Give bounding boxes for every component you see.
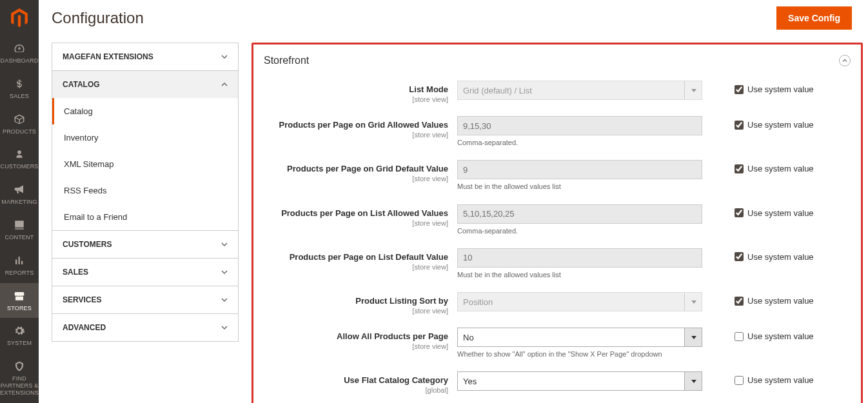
config-form: Storefront List Mode[store view]Grid (de… [252, 43, 863, 403]
config-nav: MAGEFAN EXTENSIONSCATALOGCatalogInventor… [52, 43, 239, 342]
menu-content[interactable]: CONTENT [0, 212, 39, 248]
field-scope: [store view] [264, 263, 448, 271]
page-title: Configuration [52, 9, 144, 27]
field-note: Comma-separated. [457, 138, 702, 147]
use-system-checkbox-allow-all[interactable] [735, 332, 744, 341]
field-label: Products per Page on Grid Allowed Values [279, 120, 448, 130]
chevron-down-icon [221, 324, 228, 331]
chevron-down-icon [221, 297, 228, 303]
admin-sidebar: DASHBOARD SALES PRODUCTS CUSTOMERS MARKE… [0, 0, 39, 403]
menu-reports[interactable]: REPORTS [0, 248, 39, 283]
person-icon [15, 148, 24, 161]
use-system-checkbox-flat-category[interactable] [735, 376, 744, 385]
use-system-label[interactable]: Use system value [747, 331, 814, 341]
config-subitem-inventory[interactable]: Inventory [52, 124, 238, 151]
field-scope: [store view] [264, 95, 448, 103]
menu-dashboard[interactable]: DASHBOARD [0, 35, 39, 71]
field-scope: [store view] [264, 219, 448, 227]
use-system-checkbox-list-mode[interactable] [735, 85, 744, 94]
page-header: Configuration Save Config [39, 0, 868, 36]
config-subitem-xml-sitemap[interactable]: XML Sitemap [52, 151, 238, 177]
menu-customers[interactable]: CUSTOMERS [0, 141, 39, 177]
save-config-button[interactable]: Save Config [776, 6, 852, 30]
use-system-label[interactable]: Use system value [747, 375, 814, 385]
field-note: Whether to show "All" option in the "Sho… [457, 349, 702, 359]
gear-icon [14, 324, 25, 337]
box-icon [14, 113, 25, 126]
store-icon [14, 290, 25, 302]
menu-products[interactable]: PRODUCTS [0, 106, 39, 142]
field-row-sort-by: Product Listing Sort by[store view]Posit… [257, 290, 857, 317]
field-note: Must be in the allowed values list [457, 182, 702, 191]
chevron-up-icon [221, 81, 228, 88]
field-scope: [store view] [264, 307, 448, 315]
field-select-allow-all[interactable]: No [457, 328, 702, 347]
menu-sales[interactable]: SALES [0, 71, 39, 106]
config-section-customers[interactable]: CUSTOMERS [52, 231, 238, 258]
field-label: Products per Page on List Allowed Values [281, 208, 448, 218]
use-system-checkbox-grid-allowed[interactable] [735, 121, 744, 130]
field-scope: [store view] [264, 342, 448, 350]
chart-icon [14, 254, 25, 267]
config-section-catalog[interactable]: CATALOG [52, 71, 238, 98]
field-row-list-allowed: Products per Page on List Allowed Values… [257, 202, 857, 238]
use-system-label[interactable]: Use system value [747, 120, 814, 130]
config-subitem-email-to-a-friend[interactable]: Email to a Friend [52, 204, 238, 230]
fields-container: List Mode[store view]Grid (default) / Li… [257, 78, 857, 403]
field-label: List Mode [409, 84, 448, 94]
field-note: Must be in the allowed values list [457, 270, 702, 279]
use-system-checkbox-grid-default[interactable] [735, 164, 744, 173]
chevron-down-icon [221, 241, 228, 248]
field-select-list-mode: Grid (default) / List [457, 81, 702, 100]
use-system-label[interactable]: Use system value [747, 296, 814, 306]
menu-stores[interactable]: STORES [0, 283, 39, 319]
field-row-flat-category: Use Flat Catalog Category[global]YesUse … [257, 369, 857, 397]
field-input-list-allowed [457, 204, 702, 224]
field-label: Allow All Products per Page [337, 331, 448, 341]
field-label: Use Flat Catalog Category [344, 375, 448, 385]
field-label: Product Listing Sort by [355, 296, 448, 306]
collapse-icon[interactable] [839, 55, 851, 66]
menu-system[interactable]: SYSTEM [0, 318, 39, 353]
gauge-icon [14, 42, 25, 55]
field-label: Products per Page on List Default Value [290, 252, 448, 262]
use-system-checkbox-list-allowed[interactable] [735, 208, 744, 217]
field-select-sort-by: Position [457, 292, 702, 311]
dollar-icon [14, 77, 25, 90]
use-system-label[interactable]: Use system value [747, 164, 814, 173]
config-section-magefan-extensions[interactable]: MAGEFAN EXTENSIONS [52, 43, 238, 70]
partners-icon [14, 360, 25, 373]
menu-marketing[interactable]: MARKETING [0, 177, 39, 212]
use-system-label[interactable]: Use system value [747, 252, 814, 262]
config-subitem-catalog[interactable]: Catalog [52, 98, 238, 124]
use-system-label[interactable]: Use system value [747, 84, 814, 94]
field-row-grid-allowed: Products per Page on Grid Allowed Values… [257, 113, 857, 150]
use-system-checkbox-sort-by[interactable] [735, 297, 744, 306]
config-section-services[interactable]: SERVICES [52, 286, 238, 313]
field-label: Products per Page on Grid Default Value [287, 164, 448, 173]
config-section-sales[interactable]: SALES [52, 259, 238, 286]
field-select-flat-category[interactable]: Yes [457, 371, 702, 391]
megaphone-icon [14, 183, 25, 196]
config-section-advanced[interactable]: ADVANCED [52, 314, 238, 341]
field-input-grid-default [457, 160, 702, 179]
field-scope: [global] [264, 386, 448, 394]
fieldset-header[interactable]: Storefront [257, 51, 857, 78]
layers-icon [14, 219, 25, 231]
field-note: Comma-separated. [457, 226, 702, 235]
use-system-label[interactable]: Use system value [747, 208, 814, 218]
field-scope: [store view] [264, 131, 448, 139]
use-system-checkbox-list-default[interactable] [735, 252, 744, 261]
field-row-list-default: Products per Page on List Default Value[… [257, 246, 857, 282]
field-row-allow-all: Allow All Products per Page[store view]N… [257, 325, 857, 361]
chevron-down-icon [221, 269, 228, 275]
field-input-list-default [457, 248, 702, 268]
config-subitem-rss-feeds[interactable]: RSS Feeds [52, 177, 238, 204]
field-scope: [store view] [264, 175, 448, 182]
magento-logo[interactable] [0, 0, 39, 35]
field-row-list-mode: List Mode[store view]Grid (default) / Li… [257, 78, 857, 106]
fieldset-title: Storefront [264, 55, 309, 66]
field-row-grid-default: Products per Page on Grid Default Value[… [257, 157, 857, 193]
field-input-grid-allowed [457, 116, 702, 135]
menu-partners[interactable]: FIND PARTNERS & EXTENSIONS [0, 353, 39, 402]
